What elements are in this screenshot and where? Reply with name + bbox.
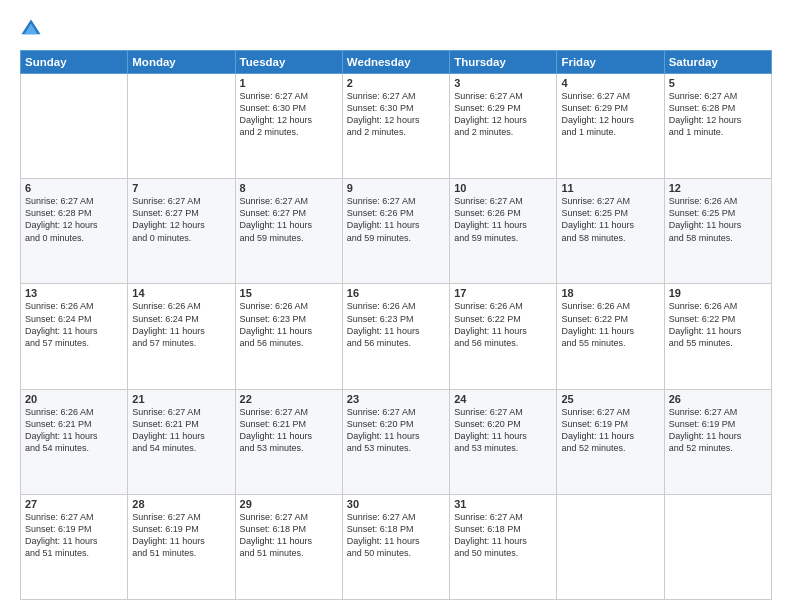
calendar-cell: 14Sunrise: 6:26 AM Sunset: 6:24 PM Dayli… [128,284,235,389]
weekday-header: Friday [557,51,664,74]
day-number: 19 [669,287,767,299]
day-info: Sunrise: 6:27 AM Sunset: 6:19 PM Dayligh… [132,511,230,560]
calendar-cell: 24Sunrise: 6:27 AM Sunset: 6:20 PM Dayli… [450,389,557,494]
calendar-week-row: 20Sunrise: 6:26 AM Sunset: 6:21 PM Dayli… [21,389,772,494]
day-info: Sunrise: 6:26 AM Sunset: 6:23 PM Dayligh… [347,300,445,349]
day-info: Sunrise: 6:27 AM Sunset: 6:20 PM Dayligh… [347,406,445,455]
day-number: 15 [240,287,338,299]
calendar-cell: 3Sunrise: 6:27 AM Sunset: 6:29 PM Daylig… [450,74,557,179]
day-number: 21 [132,393,230,405]
day-number: 12 [669,182,767,194]
calendar-cell [664,494,771,599]
day-number: 10 [454,182,552,194]
day-info: Sunrise: 6:27 AM Sunset: 6:27 PM Dayligh… [240,195,338,244]
day-info: Sunrise: 6:27 AM Sunset: 6:28 PM Dayligh… [669,90,767,139]
day-number: 18 [561,287,659,299]
calendar-week-row: 13Sunrise: 6:26 AM Sunset: 6:24 PM Dayli… [21,284,772,389]
day-number: 3 [454,77,552,89]
day-info: Sunrise: 6:27 AM Sunset: 6:20 PM Dayligh… [454,406,552,455]
day-number: 26 [669,393,767,405]
day-info: Sunrise: 6:26 AM Sunset: 6:25 PM Dayligh… [669,195,767,244]
calendar-cell: 10Sunrise: 6:27 AM Sunset: 6:26 PM Dayli… [450,179,557,284]
calendar-cell: 5Sunrise: 6:27 AM Sunset: 6:28 PM Daylig… [664,74,771,179]
day-info: Sunrise: 6:27 AM Sunset: 6:18 PM Dayligh… [454,511,552,560]
calendar-cell: 26Sunrise: 6:27 AM Sunset: 6:19 PM Dayli… [664,389,771,494]
day-info: Sunrise: 6:27 AM Sunset: 6:25 PM Dayligh… [561,195,659,244]
day-info: Sunrise: 6:27 AM Sunset: 6:18 PM Dayligh… [347,511,445,560]
day-info: Sunrise: 6:27 AM Sunset: 6:27 PM Dayligh… [132,195,230,244]
calendar-cell: 28Sunrise: 6:27 AM Sunset: 6:19 PM Dayli… [128,494,235,599]
calendar-cell: 6Sunrise: 6:27 AM Sunset: 6:28 PM Daylig… [21,179,128,284]
day-info: Sunrise: 6:26 AM Sunset: 6:24 PM Dayligh… [132,300,230,349]
day-number: 30 [347,498,445,510]
logo [20,18,46,40]
calendar-week-row: 27Sunrise: 6:27 AM Sunset: 6:19 PM Dayli… [21,494,772,599]
day-info: Sunrise: 6:27 AM Sunset: 6:29 PM Dayligh… [454,90,552,139]
day-number: 14 [132,287,230,299]
calendar-cell: 23Sunrise: 6:27 AM Sunset: 6:20 PM Dayli… [342,389,449,494]
day-number: 4 [561,77,659,89]
day-number: 25 [561,393,659,405]
calendar-cell: 21Sunrise: 6:27 AM Sunset: 6:21 PM Dayli… [128,389,235,494]
day-number: 27 [25,498,123,510]
calendar-cell: 15Sunrise: 6:26 AM Sunset: 6:23 PM Dayli… [235,284,342,389]
calendar-cell: 4Sunrise: 6:27 AM Sunset: 6:29 PM Daylig… [557,74,664,179]
day-info: Sunrise: 6:26 AM Sunset: 6:22 PM Dayligh… [454,300,552,349]
weekday-header: Sunday [21,51,128,74]
day-number: 2 [347,77,445,89]
day-number: 22 [240,393,338,405]
calendar-cell [21,74,128,179]
day-number: 9 [347,182,445,194]
day-info: Sunrise: 6:27 AM Sunset: 6:28 PM Dayligh… [25,195,123,244]
calendar-cell: 22Sunrise: 6:27 AM Sunset: 6:21 PM Dayli… [235,389,342,494]
weekday-header: Wednesday [342,51,449,74]
day-info: Sunrise: 6:26 AM Sunset: 6:22 PM Dayligh… [669,300,767,349]
calendar-cell: 31Sunrise: 6:27 AM Sunset: 6:18 PM Dayli… [450,494,557,599]
weekday-header: Tuesday [235,51,342,74]
day-info: Sunrise: 6:27 AM Sunset: 6:26 PM Dayligh… [454,195,552,244]
day-number: 13 [25,287,123,299]
day-number: 8 [240,182,338,194]
calendar-cell: 16Sunrise: 6:26 AM Sunset: 6:23 PM Dayli… [342,284,449,389]
day-number: 11 [561,182,659,194]
day-number: 5 [669,77,767,89]
calendar-cell: 20Sunrise: 6:26 AM Sunset: 6:21 PM Dayli… [21,389,128,494]
day-number: 20 [25,393,123,405]
weekday-header: Monday [128,51,235,74]
calendar-cell: 17Sunrise: 6:26 AM Sunset: 6:22 PM Dayli… [450,284,557,389]
day-info: Sunrise: 6:27 AM Sunset: 6:18 PM Dayligh… [240,511,338,560]
calendar-week-row: 1Sunrise: 6:27 AM Sunset: 6:30 PM Daylig… [21,74,772,179]
day-info: Sunrise: 6:27 AM Sunset: 6:19 PM Dayligh… [25,511,123,560]
day-number: 24 [454,393,552,405]
day-number: 28 [132,498,230,510]
day-info: Sunrise: 6:27 AM Sunset: 6:29 PM Dayligh… [561,90,659,139]
day-info: Sunrise: 6:26 AM Sunset: 6:23 PM Dayligh… [240,300,338,349]
day-info: Sunrise: 6:27 AM Sunset: 6:30 PM Dayligh… [347,90,445,139]
day-number: 23 [347,393,445,405]
day-number: 6 [25,182,123,194]
day-info: Sunrise: 6:26 AM Sunset: 6:24 PM Dayligh… [25,300,123,349]
calendar-cell: 9Sunrise: 6:27 AM Sunset: 6:26 PM Daylig… [342,179,449,284]
day-info: Sunrise: 6:27 AM Sunset: 6:26 PM Dayligh… [347,195,445,244]
day-info: Sunrise: 6:27 AM Sunset: 6:19 PM Dayligh… [561,406,659,455]
calendar-week-row: 6Sunrise: 6:27 AM Sunset: 6:28 PM Daylig… [21,179,772,284]
day-number: 17 [454,287,552,299]
day-number: 1 [240,77,338,89]
day-info: Sunrise: 6:27 AM Sunset: 6:21 PM Dayligh… [132,406,230,455]
calendar-cell: 8Sunrise: 6:27 AM Sunset: 6:27 PM Daylig… [235,179,342,284]
calendar-cell: 25Sunrise: 6:27 AM Sunset: 6:19 PM Dayli… [557,389,664,494]
weekday-header: Saturday [664,51,771,74]
day-number: 16 [347,287,445,299]
day-info: Sunrise: 6:27 AM Sunset: 6:30 PM Dayligh… [240,90,338,139]
weekday-header: Thursday [450,51,557,74]
logo-icon [20,18,42,40]
calendar-header-row: SundayMondayTuesdayWednesdayThursdayFrid… [21,51,772,74]
calendar-cell [557,494,664,599]
calendar-cell: 7Sunrise: 6:27 AM Sunset: 6:27 PM Daylig… [128,179,235,284]
calendar-cell: 12Sunrise: 6:26 AM Sunset: 6:25 PM Dayli… [664,179,771,284]
calendar-cell [128,74,235,179]
calendar-cell: 27Sunrise: 6:27 AM Sunset: 6:19 PM Dayli… [21,494,128,599]
calendar-cell: 1Sunrise: 6:27 AM Sunset: 6:30 PM Daylig… [235,74,342,179]
calendar-table: SundayMondayTuesdayWednesdayThursdayFrid… [20,50,772,600]
day-info: Sunrise: 6:26 AM Sunset: 6:21 PM Dayligh… [25,406,123,455]
